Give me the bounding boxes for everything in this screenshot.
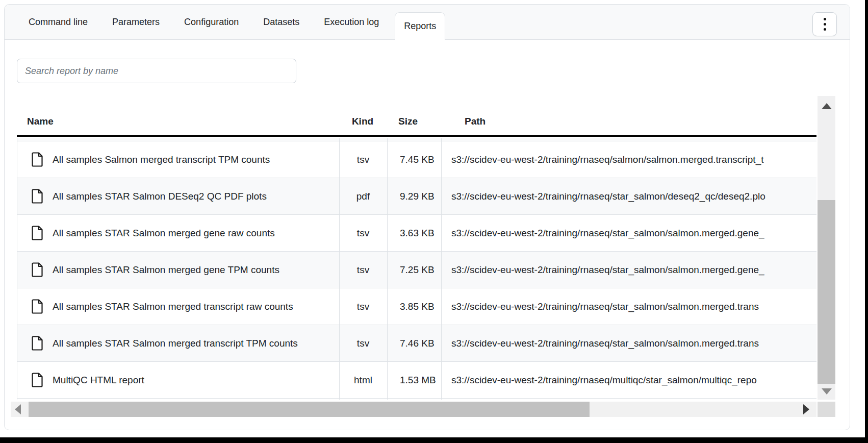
scroll-down-arrow-icon[interactable] <box>822 388 832 395</box>
report-kind: tsv <box>339 264 387 276</box>
scroll-right-arrow-icon[interactable] <box>803 404 809 414</box>
report-size: 9.29 KB <box>387 191 441 202</box>
file-icon <box>32 299 43 314</box>
tab-execution-log[interactable]: Execution log <box>315 5 388 39</box>
scroll-up-arrow-icon[interactable] <box>822 103 832 109</box>
column-divider <box>441 138 442 400</box>
report-name-cell: All samples STAR Salmon merged gene raw … <box>17 226 339 240</box>
report-kind: pdf <box>339 191 387 202</box>
report-name: All samples STAR Salmon merged transcrip… <box>53 338 298 349</box>
overflow-menu-button[interactable] <box>812 12 837 36</box>
column-header-name: Name <box>17 116 339 127</box>
vertical-scrollbar-thumb[interactable] <box>818 200 835 384</box>
table-header-row: Name Kind Size Path <box>17 107 816 137</box>
table-row[interactable]: All samples STAR Salmon merged gene TPM … <box>17 252 816 288</box>
file-icon <box>32 152 43 167</box>
report-name-cell: All samples STAR Salmon merged transcrip… <box>17 299 339 314</box>
tab-parameters[interactable]: Parameters <box>104 5 168 39</box>
table-body: All samples Salmon merged transcript TPM… <box>17 138 816 400</box>
report-name-cell: All samples STAR Salmon DESeq2 QC PDF pl… <box>17 189 339 204</box>
report-size: 1.53 MB <box>387 375 441 386</box>
report-name: All samples Salmon merged transcript TPM… <box>53 154 270 165</box>
table-row[interactable]: All samples Salmon merged transcript TPM… <box>17 141 816 178</box>
report-name: All samples STAR Salmon merged gene raw … <box>53 228 275 239</box>
scrollbar-corner <box>818 402 835 417</box>
report-kind: tsv <box>339 228 387 239</box>
file-icon <box>32 336 43 351</box>
tab-strip: Command line Parameters Configuration Da… <box>5 5 850 40</box>
vertical-ellipsis-icon <box>824 18 826 20</box>
column-divider <box>387 138 388 400</box>
app-window: Command line Parameters Configuration Da… <box>0 0 865 437</box>
search-input[interactable] <box>17 59 296 83</box>
report-kind: html <box>339 375 387 386</box>
tab-reports[interactable]: Reports <box>395 12 445 40</box>
horizontal-scrollbar[interactable] <box>11 402 816 417</box>
tab-list: Command line Parameters Configuration Da… <box>5 5 850 39</box>
column-header-size: Size <box>387 116 441 127</box>
report-size: 3.85 KB <box>387 301 441 312</box>
horizontal-scrollbar-thumb[interactable] <box>29 402 590 417</box>
file-icon <box>32 373 43 387</box>
report-path: s3://scidev-eu-west-2/training/rnaseq/st… <box>441 264 816 276</box>
table-row[interactable]: All samples STAR Salmon merged gene raw … <box>17 215 816 252</box>
table-row[interactable]: MultiQC HTML report html 1.53 MB s3://sc… <box>17 362 816 399</box>
report-name: MultiQC HTML report <box>53 375 144 386</box>
tab-command-line[interactable]: Command line <box>20 5 96 39</box>
file-icon <box>32 262 43 277</box>
table-row[interactable]: All samples STAR Salmon DESeq2 QC PDF pl… <box>17 178 816 215</box>
report-name-cell: All samples STAR Salmon merged gene TPM … <box>17 262 339 277</box>
column-header-path: Path <box>441 116 816 127</box>
report-path: s3://scidev-eu-west-2/training/rnaseq/st… <box>441 228 816 239</box>
report-size: 3.63 KB <box>387 228 441 239</box>
report-path: s3://scidev-eu-west-2/training/rnaseq/mu… <box>441 375 816 386</box>
column-header-kind: Kind <box>339 116 387 127</box>
table-row[interactable]: All samples STAR Salmon merged transcrip… <box>17 288 816 325</box>
vertical-scrollbar[interactable] <box>818 96 835 400</box>
tab-configuration[interactable]: Configuration <box>175 5 247 39</box>
vertical-ellipsis-icon <box>824 23 826 26</box>
report-path: s3://scidev-eu-west-2/training/rnaseq/st… <box>441 301 816 312</box>
report-name: All samples STAR Salmon merged transcrip… <box>53 301 293 312</box>
report-name: All samples STAR Salmon DESeq2 QC PDF pl… <box>53 191 267 202</box>
report-kind: tsv <box>339 301 387 312</box>
report-name-cell: All samples Salmon merged transcript TPM… <box>17 152 339 167</box>
report-path: s3://scidev-eu-west-2/training/rnaseq/sa… <box>441 154 816 165</box>
report-size: 7.45 KB <box>387 154 441 165</box>
scroll-left-arrow-icon[interactable] <box>15 404 21 414</box>
report-name-cell: MultiQC HTML report <box>17 373 339 387</box>
table-row[interactable]: All samples STAR Salmon merged transcrip… <box>17 325 816 362</box>
report-name: All samples STAR Salmon merged gene TPM … <box>53 264 279 276</box>
report-name-cell: All samples STAR Salmon merged transcrip… <box>17 336 339 351</box>
run-details-card: Command line Parameters Configuration Da… <box>4 4 850 430</box>
report-path: s3://scidev-eu-west-2/training/rnaseq/st… <box>441 191 816 202</box>
report-kind: tsv <box>339 154 387 165</box>
report-size: 7.46 KB <box>387 338 441 349</box>
report-path: s3://scidev-eu-west-2/training/rnaseq/st… <box>441 338 816 349</box>
report-size: 7.25 KB <box>387 264 441 276</box>
file-icon <box>32 189 43 204</box>
reports-panel: Name Kind Size Path A <box>5 40 850 430</box>
file-icon <box>32 226 43 240</box>
report-kind: tsv <box>339 338 387 349</box>
tab-datasets[interactable]: Datasets <box>254 5 308 39</box>
column-divider <box>339 138 340 400</box>
vertical-ellipsis-icon <box>824 28 826 31</box>
